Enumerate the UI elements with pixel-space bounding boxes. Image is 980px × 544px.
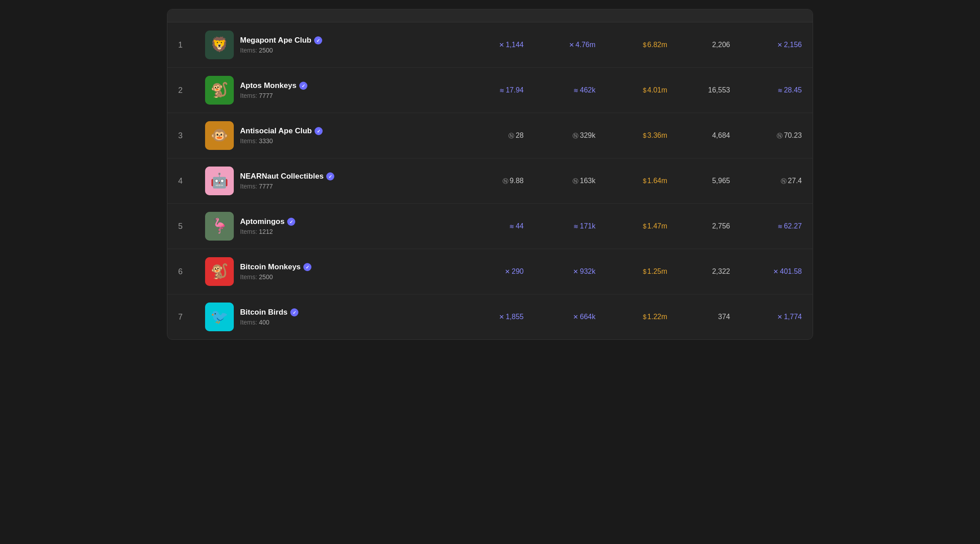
vol-usd-value: $6.82m (595, 41, 667, 49)
collection-info: Antisocial Ape Club ✓ Items: 3330 (240, 127, 323, 145)
volume-value: Ⓝ163k (524, 177, 595, 185)
svg-text:🐒: 🐒 (210, 81, 228, 98)
table-row[interactable]: 7 🐦 Bitcoin Birds ✓ Items: 400 ✕1,855 ✕6… (167, 294, 813, 339)
vol-usd-value: $4.01m (595, 86, 667, 94)
collection-info: Aptomingos ✓ Items: 1212 (240, 217, 295, 235)
collection-name: Antisocial Ape Club ✓ (240, 127, 323, 136)
collection-avatar: 🐦 (205, 303, 234, 331)
verified-badge: ✓ (287, 218, 295, 226)
collection-cell: 🦁 Megapont Ape Club ✓ Items: 2500 (205, 31, 452, 59)
sales-value: 374 (667, 313, 730, 321)
volume-value: ✕4.76m (524, 41, 595, 49)
average-value: Ⓝ70.23 (730, 132, 802, 140)
collection-info: NEARNaut Collectibles ✓ Items: 7777 (240, 172, 334, 190)
floor-value: ≋44 (452, 222, 524, 230)
collection-items: Items: 2500 (240, 47, 322, 54)
collection-items: Items: 2500 (240, 273, 311, 281)
row-rank: 2 (178, 86, 205, 95)
collection-cell: 🐦 Bitcoin Birds ✓ Items: 400 (205, 303, 452, 331)
vol-usd-value: $1.64m (595, 177, 667, 185)
collection-info: Bitcoin Birds ✓ Items: 400 (240, 308, 298, 326)
collection-avatar: 🐵 (205, 121, 234, 150)
verified-badge: ✓ (314, 36, 322, 44)
floor-value: ≋17.94 (452, 86, 524, 94)
floor-value: ✕290 (452, 268, 524, 276)
average-value: ✕1,774 (730, 313, 802, 321)
floor-value: Ⓝ28 (452, 132, 524, 140)
svg-text:🐵: 🐵 (210, 127, 228, 144)
svg-text:🐒: 🐒 (210, 263, 228, 280)
row-rank: 5 (178, 222, 205, 231)
volume-value: ✕932k (524, 268, 595, 276)
floor-value: ✕1,855 (452, 313, 524, 321)
vol-usd-value: $1.25m (595, 268, 667, 276)
collection-avatar: 🦁 (205, 31, 234, 59)
collection-info: Bitcoin Monkeys ✓ Items: 2500 (240, 263, 311, 281)
svg-text:🦩: 🦩 (210, 217, 228, 234)
sales-value: 4,684 (667, 132, 730, 140)
svg-text:🦁: 🦁 (210, 36, 228, 53)
collection-avatar: 🤖 (205, 167, 234, 195)
verified-badge: ✓ (299, 82, 307, 90)
collection-avatar: 🐒 (205, 76, 234, 105)
collection-items: Items: 400 (240, 319, 298, 326)
table-row[interactable]: 2 🐒 Aptos Monkeys ✓ Items: 7777 ≋17.94 ≋… (167, 68, 813, 113)
row-rank: 4 (178, 176, 205, 186)
average-value: ≋28.45 (730, 86, 802, 94)
svg-text:🤖: 🤖 (210, 172, 228, 189)
collection-name: Aptomingos ✓ (240, 217, 295, 226)
sales-value: 16,553 (667, 86, 730, 94)
collection-cell: 🐵 Antisocial Ape Club ✓ Items: 3330 (205, 121, 452, 150)
collection-avatar: 🦩 (205, 212, 234, 241)
collection-name: Bitcoin Birds ✓ (240, 308, 298, 317)
collection-items: Items: 7777 (240, 183, 334, 190)
svg-text:🐦: 🐦 (210, 308, 228, 325)
sales-value: 2,206 (667, 41, 730, 49)
verified-badge: ✓ (303, 263, 311, 271)
table-row[interactable]: 1 🦁 Megapont Ape Club ✓ Items: 2500 ✕1,1… (167, 22, 813, 68)
table-row[interactable]: 6 🐒 Bitcoin Monkeys ✓ Items: 2500 ✕290 ✕… (167, 249, 813, 294)
vol-usd-value: $1.22m (595, 313, 667, 321)
collection-cell: 🦩 Aptomingos ✓ Items: 1212 (205, 212, 452, 241)
vol-usd-value: $1.47m (595, 222, 667, 230)
nft-rankings-table: 1 🦁 Megapont Ape Club ✓ Items: 2500 ✕1,1… (167, 9, 813, 340)
collection-cell: 🤖 NEARNaut Collectibles ✓ Items: 7777 (205, 167, 452, 195)
collection-info: Megapont Ape Club ✓ Items: 2500 (240, 36, 322, 54)
verified-badge: ✓ (315, 127, 323, 135)
collection-cell: 🐒 Bitcoin Monkeys ✓ Items: 2500 (205, 257, 452, 286)
row-rank: 1 (178, 40, 205, 50)
sales-value: 2,756 (667, 222, 730, 230)
sales-value: 5,965 (667, 177, 730, 185)
row-rank: 6 (178, 267, 205, 276)
collection-items: Items: 3330 (240, 137, 323, 145)
volume-value: ≋171k (524, 222, 595, 230)
collection-items: Items: 7777 (240, 92, 307, 99)
collection-name: Bitcoin Monkeys ✓ (240, 263, 311, 272)
verified-badge: ✓ (290, 308, 298, 316)
table-header-row (167, 9, 813, 22)
row-rank: 3 (178, 131, 205, 140)
collection-name: Aptos Monkeys ✓ (240, 81, 307, 90)
average-value: ✕2,156 (730, 41, 802, 49)
collection-name: NEARNaut Collectibles ✓ (240, 172, 334, 181)
volume-value: Ⓝ329k (524, 132, 595, 140)
average-value: Ⓝ27.4 (730, 177, 802, 185)
collection-cell: 🐒 Aptos Monkeys ✓ Items: 7777 (205, 76, 452, 105)
floor-value: ✕1,144 (452, 41, 524, 49)
table-body: 1 🦁 Megapont Ape Club ✓ Items: 2500 ✕1,1… (167, 22, 813, 339)
sales-value: 2,322 (667, 268, 730, 276)
row-rank: 7 (178, 312, 205, 322)
collection-name: Megapont Ape Club ✓ (240, 36, 322, 45)
volume-value: ✕664k (524, 313, 595, 321)
table-row[interactable]: 3 🐵 Antisocial Ape Club ✓ Items: 3330 Ⓝ2… (167, 113, 813, 158)
floor-value: Ⓝ9.88 (452, 177, 524, 185)
collection-items: Items: 1212 (240, 228, 295, 235)
table-row[interactable]: 5 🦩 Aptomingos ✓ Items: 1212 ≋44 ≋171k $… (167, 204, 813, 249)
collection-avatar: 🐒 (205, 257, 234, 286)
vol-usd-value: $3.36m (595, 132, 667, 140)
verified-badge: ✓ (326, 172, 334, 180)
average-value: ✕401.58 (730, 268, 802, 276)
volume-value: ≋462k (524, 86, 595, 94)
table-row[interactable]: 4 🤖 NEARNaut Collectibles ✓ Items: 7777 … (167, 158, 813, 204)
average-value: ≋62.27 (730, 222, 802, 230)
